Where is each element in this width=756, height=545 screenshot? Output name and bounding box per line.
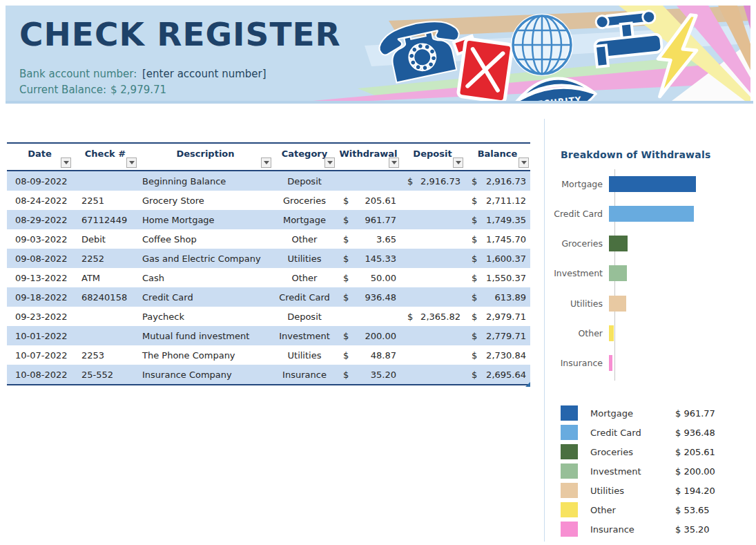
cell-description[interactable]: Credit Card (138, 287, 273, 307)
cell-deposit[interactable]: $2,365.82 (400, 307, 465, 326)
cell-description[interactable]: Grocery Store (138, 191, 273, 210)
column-header-label: Deposit (400, 144, 465, 159)
cell-check[interactable]: ATM (72, 268, 138, 287)
cell-description[interactable]: Home Mortgage (138, 210, 273, 229)
filter-dropdown-button[interactable] (61, 157, 71, 168)
filter-dropdown-button[interactable] (126, 157, 137, 168)
cell-date[interactable]: 10-01-2022 (7, 326, 72, 345)
cell-balance[interactable]: $2,916.73 (465, 171, 530, 191)
cell-withdrawal[interactable]: $936.48 (336, 287, 400, 307)
cell-date[interactable]: 10-07-2022 (7, 345, 72, 365)
cell-date[interactable]: 08-09-2022 (7, 171, 72, 191)
filter-dropdown-button[interactable] (453, 157, 463, 168)
cell-category[interactable]: Utilities (273, 249, 336, 268)
table-row: 08-29-202267112449Home MortgageMortgage$… (7, 210, 530, 229)
filter-dropdown-button[interactable] (389, 157, 399, 168)
cell-deposit[interactable] (400, 249, 465, 268)
cell-check[interactable]: 67112449 (72, 210, 138, 229)
cell-date[interactable]: 08-29-2022 (7, 210, 72, 229)
account-number-field[interactable]: [enter account number] (142, 68, 266, 80)
cell-withdrawal[interactable]: $200.00 (336, 326, 400, 345)
cell-deposit[interactable] (400, 287, 465, 307)
cell-withdrawal[interactable]: $145.33 (336, 249, 400, 268)
cell-check[interactable]: 2251 (72, 191, 138, 210)
currency-symbol: $ (472, 292, 477, 303)
cell-withdrawal[interactable]: $48.87 (336, 345, 400, 365)
column-header-date: Date (7, 144, 72, 170)
cell-category[interactable]: Investment (273, 326, 336, 345)
cell-category[interactable]: Groceries (273, 191, 336, 210)
filter-dropdown-button[interactable] (518, 157, 529, 168)
cell-deposit[interactable] (400, 326, 465, 345)
cell-balance[interactable]: $1,745.70 (465, 229, 530, 249)
cell-category[interactable]: Other (273, 268, 336, 287)
cell-withdrawal[interactable]: $35.20 (336, 365, 400, 384)
filter-dropdown-button[interactable] (261, 157, 271, 168)
cell-check[interactable]: 2252 (72, 249, 138, 268)
cell-description[interactable]: Beginning Balance (138, 171, 273, 191)
currency-symbol: $ (343, 254, 349, 264)
cell-deposit[interactable]: $2,916.73 (400, 171, 465, 191)
cell-description[interactable]: Paycheck (138, 307, 273, 326)
cell-check[interactable] (72, 171, 138, 191)
amount: 936.48 (365, 292, 397, 303)
cell-withdrawal[interactable]: $205.61 (336, 191, 400, 210)
cell-date[interactable]: 09-08-2022 (7, 249, 72, 268)
chart-category-row: Mortgage (550, 169, 751, 199)
cell-date[interactable]: 09-18-2022 (7, 287, 72, 307)
cell-category[interactable]: Utilities (273, 345, 336, 365)
cell-balance[interactable]: $1,749.35 (465, 210, 530, 229)
cell-deposit[interactable] (400, 365, 465, 384)
legend-swatch (561, 483, 578, 498)
cell-date[interactable]: 10-08-2022 (7, 365, 72, 384)
cell-deposit[interactable] (400, 191, 465, 210)
cell-description[interactable]: Mutual fund investment (138, 326, 273, 345)
cell-withdrawal[interactable] (336, 307, 400, 326)
amount: 2,730.84 (486, 350, 526, 361)
cell-balance[interactable]: $2,779.71 (465, 326, 530, 345)
cell-check[interactable] (72, 307, 138, 326)
cell-balance[interactable]: $2,695.64 (465, 365, 530, 384)
cell-text: 2251 (81, 195, 104, 206)
withdrawals-bar-chart[interactable]: MortgageCredit CardGroceriesInvestmentUt… (550, 169, 751, 378)
cell-balance[interactable]: $1,550.37 (465, 268, 530, 287)
cell-withdrawal[interactable] (336, 171, 400, 191)
cell-description[interactable]: Coffee Shop (138, 229, 273, 249)
cell-check[interactable]: Debit (72, 229, 138, 249)
cell-balance[interactable]: $2,979.71 (465, 307, 530, 326)
currency-symbol: $ (472, 370, 477, 380)
table-resize-handle[interactable] (525, 382, 530, 387)
chart-bar (609, 176, 696, 192)
cell-category[interactable]: Credit Card (273, 287, 336, 307)
cell-check[interactable]: 25-552 (72, 365, 138, 384)
cell-check[interactable] (72, 326, 138, 345)
cell-withdrawal[interactable]: $3.65 (336, 229, 400, 249)
cell-withdrawal[interactable]: $961.77 (336, 210, 400, 229)
column-header-label: Check # (72, 144, 138, 159)
cell-check[interactable]: 68240158 (72, 287, 138, 307)
cell-description[interactable]: The Phone Company (138, 345, 273, 365)
cell-balance[interactable]: $2,730.84 (465, 345, 530, 365)
cell-withdrawal[interactable]: $50.00 (336, 268, 400, 287)
cell-category[interactable]: Deposit (273, 307, 336, 326)
cell-description[interactable]: Insurance Company (138, 365, 273, 384)
cell-description[interactable]: Gas and Electric Company (138, 249, 273, 268)
cell-category[interactable]: Other (273, 229, 336, 249)
cell-category[interactable]: Insurance (273, 365, 336, 384)
cell-balance[interactable]: $1,600.37 (465, 249, 530, 268)
cell-check[interactable]: 2253 (72, 345, 138, 365)
cell-deposit[interactable] (400, 229, 465, 249)
cell-balance[interactable]: $613.89 (465, 287, 530, 307)
cell-category[interactable]: Mortgage (273, 210, 336, 229)
filter-dropdown-button[interactable] (324, 157, 335, 168)
cell-deposit[interactable] (400, 268, 465, 287)
cell-category[interactable]: Deposit (273, 171, 336, 191)
cell-deposit[interactable] (400, 210, 465, 229)
cell-deposit[interactable] (400, 345, 465, 365)
cell-date[interactable]: 09-03-2022 (7, 229, 72, 249)
cell-balance[interactable]: $2,711.12 (465, 191, 530, 210)
cell-date[interactable]: 08-24-2022 (7, 191, 72, 210)
cell-description[interactable]: Cash (138, 268, 273, 287)
cell-date[interactable]: 09-13-2022 (7, 268, 72, 287)
cell-date[interactable]: 09-23-2022 (7, 307, 72, 326)
